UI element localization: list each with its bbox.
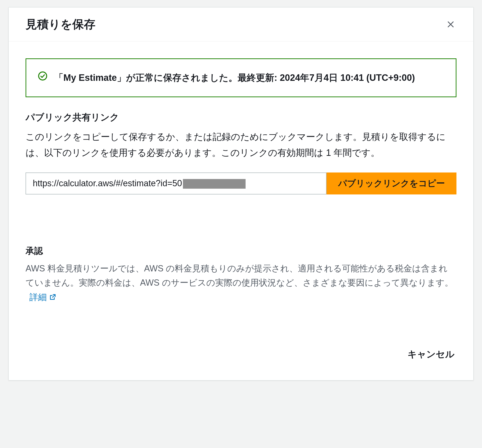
share-link-row: https://calculator.aws/#/estimate?id=50 … [25,173,457,194]
share-description: このリンクをコピーして保存するか、または記録のためにブックマークします。見積りを… [25,129,457,161]
share-link-section: パブリック共有リンク このリンクをコピーして保存するか、または記録のためにブック… [25,111,457,194]
dialog-title: 見積りを保存 [25,17,95,32]
ack-text: AWS 料金見積りツールでは、AWS の料金見積もりのみが提示され、適用される可… [25,261,457,304]
redacted-url-segment [183,179,246,189]
dialog-footer: キャンセル [9,345,473,380]
copy-link-button[interactable]: パブリックリンクをコピー [327,173,457,194]
detail-link-label: 詳細 [29,290,47,304]
detail-link[interactable]: 詳細 [29,290,56,304]
ack-heading: 承認 [25,245,457,257]
save-estimate-dialog: 見積りを保存 「My Estimate」が正常に保存されました。最終更新: 20… [8,7,474,380]
share-heading: パブリック共有リンク [25,111,457,124]
external-link-icon [49,293,56,301]
success-alert: 「My Estimate」が正常に保存されました。最終更新: 2024年7月4日… [25,58,457,97]
acknowledgement-section: 承認 AWS 料金見積りツールでは、AWS の料金見積もりのみが提示され、適用さ… [25,245,457,304]
share-url-text: https://calculator.aws/#/estimate?id=50 [33,178,182,188]
svg-point-2 [39,72,47,80]
check-circle-icon [38,71,47,82]
close-icon [446,20,455,29]
ack-body-text: AWS 料金見積りツールでは、AWS の料金見積もりのみが提示され、適用される可… [25,264,453,288]
dialog-body: 「My Estimate」が正常に保存されました。最終更新: 2024年7月4日… [9,41,473,314]
close-button[interactable] [445,19,457,30]
cancel-button[interactable]: キャンセル [406,345,457,363]
dialog-header: 見積りを保存 [9,8,473,41]
alert-message: 「My Estimate」が正常に保存されました。最終更新: 2024年7月4日… [54,70,415,86]
share-url-input[interactable]: https://calculator.aws/#/estimate?id=50 [25,173,327,194]
